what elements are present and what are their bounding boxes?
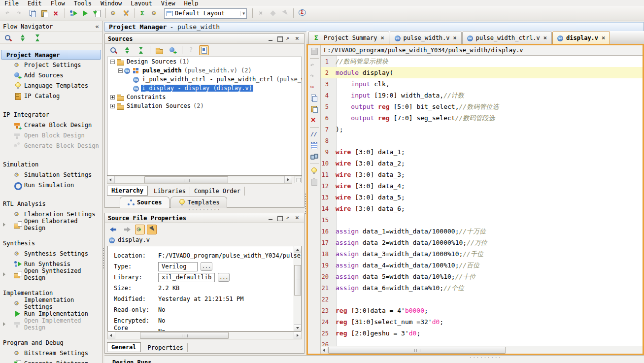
expand-all-button[interactable] <box>121 44 133 56</box>
clipboard-button[interactable] <box>310 178 319 186</box>
bulb-button[interactable] <box>310 167 319 175</box>
tree-row-i-pulse-width-ctrl-pulse-width-ctrl[interactable]: i_pulse_width_ctrl - pulse_width_ctrl (p… <box>107 75 302 84</box>
sources-hscrollbar[interactable] <box>107 176 292 184</box>
save-button[interactable] <box>310 47 319 55</box>
folder-open-button[interactable] <box>153 44 165 56</box>
expand-arrow-icon[interactable] <box>3 223 5 227</box>
tab-properties[interactable]: Properties <box>144 343 188 352</box>
code-line[interactable]: 2module display( <box>321 67 643 78</box>
code-line[interactable]: 12wire [3:0] data_4; <box>321 180 643 192</box>
flow-item-synthesis-settings[interactable]: Synthesis Settings <box>0 248 102 259</box>
code-line[interactable]: 18assign data_3=width_data/1000%10;//千位 <box>321 248 643 260</box>
collapse-icon[interactable] <box>118 68 123 73</box>
flow-section-header-project-manager[interactable]: Project Manager <box>1 50 101 60</box>
flow-section-header-program-and-debug[interactable]: Program and Debug <box>0 338 102 348</box>
expand-arrow-icon[interactable] <box>3 272 5 276</box>
sigma-bubble-button[interactable] <box>296 7 308 19</box>
flow-item-open-synthesized-design[interactable]: Open Synthesized Design <box>0 269 102 279</box>
gear-gold-button[interactable] <box>149 7 161 19</box>
close-tab-icon[interactable]: × <box>453 34 457 41</box>
sigma-button[interactable] <box>137 7 149 19</box>
float-icon[interactable] <box>285 215 292 221</box>
property-input[interactable]: xil_defaultlib <box>158 273 215 282</box>
code-line[interactable]: 4 input [19:0] width_data,//计数 <box>321 90 643 101</box>
diamond-button[interactable] <box>267 7 279 19</box>
menu-view[interactable]: View <box>157 0 180 6</box>
code-line[interactable]: 9wire [3:0] data_1; <box>321 146 643 158</box>
flow-item-add-sources[interactable]: Add Sources <box>0 70 102 80</box>
code-line[interactable]: 21assign data_6=width_data%10;//个位 <box>321 282 643 294</box>
collapse-all-button[interactable] <box>135 44 147 56</box>
maximize-icon[interactable] <box>276 35 283 42</box>
collapse-icon[interactable] <box>110 60 115 64</box>
code-line[interactable]: 16assign data_1=width_data/100000;//十万位 <box>321 226 643 237</box>
tab-sources[interactable]: Sources <box>120 197 169 208</box>
code-line[interactable]: 17assign data_2=width_data/10000%10;//万位 <box>321 237 643 248</box>
properties-panel-titlebar[interactable]: Source File Properties <box>105 213 304 223</box>
add-sources-button[interactable] <box>167 44 179 56</box>
flow-item-simulation-settings[interactable]: Simulation Settings <box>0 169 102 180</box>
code-line[interactable]: 22 <box>321 294 643 305</box>
bottom-splitter-handle[interactable] <box>469 355 502 360</box>
scroll-right-icon[interactable] <box>294 332 301 339</box>
undo-button[interactable] <box>3 7 15 19</box>
flow-item-open-block-design[interactable]: Open Block Design <box>0 130 102 140</box>
code-line[interactable]: 20assign data_5=width_data/10%10;//十位 <box>321 271 643 282</box>
undo-button[interactable] <box>310 62 319 70</box>
flow-section-header-synthesis[interactable]: Synthesis <box>0 238 102 248</box>
code-line[interactable]: 26 <box>321 339 643 346</box>
property-input[interactable]: Verilog <box>158 262 198 271</box>
flow-section-header-ip-integrator[interactable]: IP Integrator <box>0 110 102 120</box>
question-button[interactable] <box>185 44 197 56</box>
scroll-left-icon[interactable] <box>107 176 115 183</box>
ellipsis-button[interactable]: ... <box>201 262 212 271</box>
editor-tab-project-summary[interactable]: Project Summary× <box>308 32 389 44</box>
code-line[interactable]: 24reg [31:0]select_num =32'd0; <box>321 316 643 328</box>
close-tab-icon[interactable]: × <box>380 34 384 41</box>
properties-hscrollbar[interactable] <box>107 331 302 339</box>
expand-arrow-icon[interactable] <box>3 322 5 326</box>
run-synthesis-button[interactable] <box>68 7 79 19</box>
scroll-left-icon[interactable] <box>108 332 115 339</box>
menu-layout[interactable]: Layout <box>126 0 156 6</box>
tools-button[interactable] <box>120 7 132 19</box>
flow-item-create-block-design[interactable]: Create Block Design <box>0 120 102 130</box>
flow-item-bitstream-settings[interactable]: Bitstream Settings <box>0 348 102 358</box>
copy-button[interactable] <box>310 94 319 102</box>
back-arrow-button[interactable] <box>107 224 119 235</box>
code-line[interactable]: 1//数码管显示模块 <box>321 56 643 67</box>
flow-section-header-rtl-analysis[interactable]: RTL Analysis <box>0 199 102 209</box>
indent-button[interactable] <box>310 141 319 150</box>
flow-item-open-elaborated-design[interactable]: Open Elaborated Design <box>0 219 102 230</box>
paste-button[interactable] <box>310 105 319 113</box>
tab-general[interactable]: General <box>107 342 141 352</box>
cut-button[interactable] <box>310 83 319 92</box>
code-line[interactable]: 8 <box>321 135 643 146</box>
editor-tab-display-v[interactable]: display.v× <box>552 32 610 44</box>
flow-item-ip-catalog[interactable]: IP Catalog <box>0 91 102 101</box>
menu-flow[interactable]: Flow <box>46 0 69 6</box>
tree-row-pulse-width[interactable]: pulse_width (pulse_width.v) (2) <box>107 66 302 75</box>
autoscroll-toggle[interactable] <box>199 45 209 55</box>
code-line[interactable]: 10wire [3:0] data_2; <box>321 158 643 169</box>
close-icon[interactable] <box>294 35 301 42</box>
design-runs-label[interactable]: Design Runs <box>112 359 151 363</box>
maximize-icon[interactable] <box>276 215 283 221</box>
generate-bitstream-button[interactable] <box>91 7 103 19</box>
editor-tab-pulse-width-v[interactable]: pulse_width.v× <box>390 32 462 44</box>
tree-options-button[interactable] <box>295 176 302 183</box>
expand-icon[interactable] <box>110 95 115 99</box>
editor-tab-pulse-width-ctrl-v[interactable]: pulse_width_ctrl.v× <box>462 32 552 44</box>
close-tab-icon[interactable]: × <box>543 34 547 41</box>
close-tab-icon[interactable]: × <box>602 34 605 41</box>
magnifier-button[interactable] <box>2 32 14 44</box>
delete-x-button[interactable] <box>310 116 319 124</box>
code-line[interactable]: 11wire [3:0] data_3; <box>321 169 643 180</box>
scroll-thumb[interactable] <box>328 347 506 354</box>
flow-item-run-simulation[interactable]: Run Simulation <box>0 180 102 190</box>
menu-window[interactable]: Window <box>96 0 126 6</box>
tree-row-design-sources[interactable]: Design Sources (1) <box>107 57 302 66</box>
gear-green-toggle[interactable] <box>135 225 145 234</box>
flow-item-generate-block-design[interactable]: Generate Block Design <box>0 140 102 151</box>
magnifier-button[interactable] <box>107 44 119 56</box>
